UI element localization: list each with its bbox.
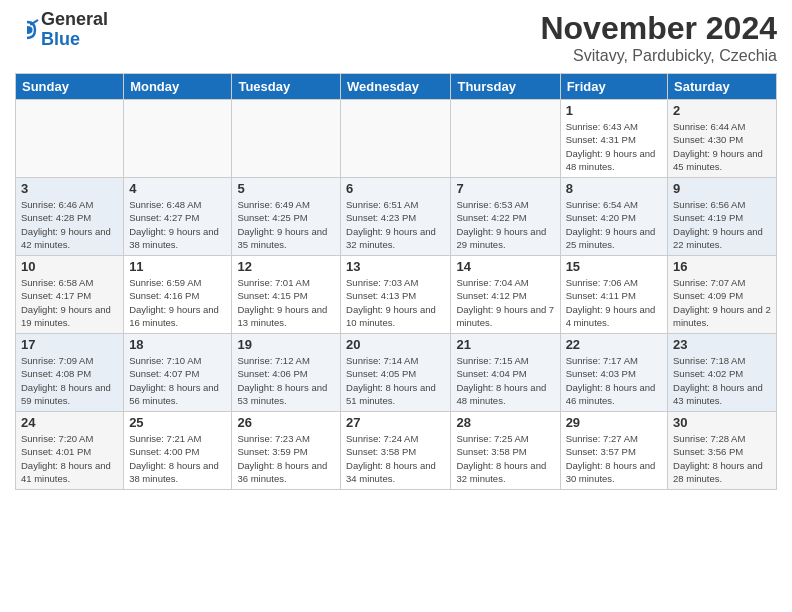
day-info: Sunrise: 7:12 AM Sunset: 4:06 PM Dayligh… xyxy=(237,354,335,407)
month-title: November 2024 xyxy=(540,10,777,47)
calendar-week-row: 10Sunrise: 6:58 AM Sunset: 4:17 PM Dayli… xyxy=(16,256,777,334)
day-number: 1 xyxy=(566,103,662,118)
day-number: 9 xyxy=(673,181,771,196)
day-info: Sunrise: 6:51 AM Sunset: 4:23 PM Dayligh… xyxy=(346,198,445,251)
day-number: 2 xyxy=(673,103,771,118)
weekday-header-sunday: Sunday xyxy=(16,74,124,100)
logo-icon xyxy=(15,18,39,42)
day-number: 20 xyxy=(346,337,445,352)
calendar-cell xyxy=(232,100,341,178)
day-number: 16 xyxy=(673,259,771,274)
day-info: Sunrise: 6:46 AM Sunset: 4:28 PM Dayligh… xyxy=(21,198,118,251)
calendar-week-row: 1Sunrise: 6:43 AM Sunset: 4:31 PM Daylig… xyxy=(16,100,777,178)
day-number: 4 xyxy=(129,181,226,196)
calendar-cell: 26Sunrise: 7:23 AM Sunset: 3:59 PM Dayli… xyxy=(232,412,341,490)
calendar-cell: 24Sunrise: 7:20 AM Sunset: 4:01 PM Dayli… xyxy=(16,412,124,490)
day-info: Sunrise: 7:07 AM Sunset: 4:09 PM Dayligh… xyxy=(673,276,771,329)
calendar-cell xyxy=(341,100,451,178)
day-info: Sunrise: 7:20 AM Sunset: 4:01 PM Dayligh… xyxy=(21,432,118,485)
calendar-cell: 5Sunrise: 6:49 AM Sunset: 4:25 PM Daylig… xyxy=(232,178,341,256)
day-number: 26 xyxy=(237,415,335,430)
day-number: 15 xyxy=(566,259,662,274)
day-number: 8 xyxy=(566,181,662,196)
location-subtitle: Svitavy, Pardubicky, Czechia xyxy=(540,47,777,65)
calendar-week-row: 17Sunrise: 7:09 AM Sunset: 4:08 PM Dayli… xyxy=(16,334,777,412)
calendar-cell: 19Sunrise: 7:12 AM Sunset: 4:06 PM Dayli… xyxy=(232,334,341,412)
day-number: 21 xyxy=(456,337,554,352)
logo-line1: General xyxy=(41,10,108,30)
day-info: Sunrise: 7:28 AM Sunset: 3:56 PM Dayligh… xyxy=(673,432,771,485)
calendar-cell: 3Sunrise: 6:46 AM Sunset: 4:28 PM Daylig… xyxy=(16,178,124,256)
day-info: Sunrise: 7:14 AM Sunset: 4:05 PM Dayligh… xyxy=(346,354,445,407)
day-number: 7 xyxy=(456,181,554,196)
calendar-cell: 18Sunrise: 7:10 AM Sunset: 4:07 PM Dayli… xyxy=(124,334,232,412)
day-info: Sunrise: 6:49 AM Sunset: 4:25 PM Dayligh… xyxy=(237,198,335,251)
day-info: Sunrise: 7:17 AM Sunset: 4:03 PM Dayligh… xyxy=(566,354,662,407)
day-number: 27 xyxy=(346,415,445,430)
title-section: November 2024 Svitavy, Pardubicky, Czech… xyxy=(540,10,777,65)
weekday-header-tuesday: Tuesday xyxy=(232,74,341,100)
calendar-cell: 17Sunrise: 7:09 AM Sunset: 4:08 PM Dayli… xyxy=(16,334,124,412)
day-info: Sunrise: 7:25 AM Sunset: 3:58 PM Dayligh… xyxy=(456,432,554,485)
day-info: Sunrise: 7:23 AM Sunset: 3:59 PM Dayligh… xyxy=(237,432,335,485)
weekday-header-row: SundayMondayTuesdayWednesdayThursdayFrid… xyxy=(16,74,777,100)
calendar-cell: 25Sunrise: 7:21 AM Sunset: 4:00 PM Dayli… xyxy=(124,412,232,490)
calendar-cell: 23Sunrise: 7:18 AM Sunset: 4:02 PM Dayli… xyxy=(668,334,777,412)
calendar-cell: 9Sunrise: 6:56 AM Sunset: 4:19 PM Daylig… xyxy=(668,178,777,256)
day-number: 24 xyxy=(21,415,118,430)
header: General Blue November 2024 Svitavy, Pard… xyxy=(15,10,777,65)
day-number: 28 xyxy=(456,415,554,430)
calendar-cell xyxy=(451,100,560,178)
day-info: Sunrise: 7:10 AM Sunset: 4:07 PM Dayligh… xyxy=(129,354,226,407)
calendar-table: SundayMondayTuesdayWednesdayThursdayFrid… xyxy=(15,73,777,490)
calendar-cell: 22Sunrise: 7:17 AM Sunset: 4:03 PM Dayli… xyxy=(560,334,667,412)
day-number: 19 xyxy=(237,337,335,352)
day-number: 14 xyxy=(456,259,554,274)
calendar-cell: 7Sunrise: 6:53 AM Sunset: 4:22 PM Daylig… xyxy=(451,178,560,256)
day-info: Sunrise: 7:09 AM Sunset: 4:08 PM Dayligh… xyxy=(21,354,118,407)
calendar-cell: 21Sunrise: 7:15 AM Sunset: 4:04 PM Dayli… xyxy=(451,334,560,412)
day-info: Sunrise: 6:54 AM Sunset: 4:20 PM Dayligh… xyxy=(566,198,662,251)
day-number: 23 xyxy=(673,337,771,352)
calendar-week-row: 3Sunrise: 6:46 AM Sunset: 4:28 PM Daylig… xyxy=(16,178,777,256)
page-container: General Blue November 2024 Svitavy, Pard… xyxy=(0,0,792,495)
day-info: Sunrise: 7:01 AM Sunset: 4:15 PM Dayligh… xyxy=(237,276,335,329)
day-info: Sunrise: 7:15 AM Sunset: 4:04 PM Dayligh… xyxy=(456,354,554,407)
logo-line2: Blue xyxy=(41,30,108,50)
calendar-cell: 2Sunrise: 6:44 AM Sunset: 4:30 PM Daylig… xyxy=(668,100,777,178)
calendar-cell: 15Sunrise: 7:06 AM Sunset: 4:11 PM Dayli… xyxy=(560,256,667,334)
day-info: Sunrise: 6:58 AM Sunset: 4:17 PM Dayligh… xyxy=(21,276,118,329)
day-info: Sunrise: 7:04 AM Sunset: 4:12 PM Dayligh… xyxy=(456,276,554,329)
day-number: 25 xyxy=(129,415,226,430)
logo-text: General Blue xyxy=(41,10,108,50)
weekday-header-saturday: Saturday xyxy=(668,74,777,100)
calendar-cell: 10Sunrise: 6:58 AM Sunset: 4:17 PM Dayli… xyxy=(16,256,124,334)
day-number: 18 xyxy=(129,337,226,352)
day-number: 3 xyxy=(21,181,118,196)
day-info: Sunrise: 7:18 AM Sunset: 4:02 PM Dayligh… xyxy=(673,354,771,407)
weekday-header-thursday: Thursday xyxy=(451,74,560,100)
day-number: 22 xyxy=(566,337,662,352)
calendar-cell: 11Sunrise: 6:59 AM Sunset: 4:16 PM Dayli… xyxy=(124,256,232,334)
calendar-cell: 20Sunrise: 7:14 AM Sunset: 4:05 PM Dayli… xyxy=(341,334,451,412)
calendar-week-row: 24Sunrise: 7:20 AM Sunset: 4:01 PM Dayli… xyxy=(16,412,777,490)
day-info: Sunrise: 6:44 AM Sunset: 4:30 PM Dayligh… xyxy=(673,120,771,173)
day-info: Sunrise: 6:48 AM Sunset: 4:27 PM Dayligh… xyxy=(129,198,226,251)
day-info: Sunrise: 6:56 AM Sunset: 4:19 PM Dayligh… xyxy=(673,198,771,251)
calendar-cell: 6Sunrise: 6:51 AM Sunset: 4:23 PM Daylig… xyxy=(341,178,451,256)
day-number: 30 xyxy=(673,415,771,430)
calendar-cell: 4Sunrise: 6:48 AM Sunset: 4:27 PM Daylig… xyxy=(124,178,232,256)
calendar-cell: 29Sunrise: 7:27 AM Sunset: 3:57 PM Dayli… xyxy=(560,412,667,490)
day-info: Sunrise: 7:24 AM Sunset: 3:58 PM Dayligh… xyxy=(346,432,445,485)
weekday-header-wednesday: Wednesday xyxy=(341,74,451,100)
day-number: 29 xyxy=(566,415,662,430)
calendar-cell: 12Sunrise: 7:01 AM Sunset: 4:15 PM Dayli… xyxy=(232,256,341,334)
day-info: Sunrise: 7:06 AM Sunset: 4:11 PM Dayligh… xyxy=(566,276,662,329)
day-info: Sunrise: 7:03 AM Sunset: 4:13 PM Dayligh… xyxy=(346,276,445,329)
calendar-cell: 14Sunrise: 7:04 AM Sunset: 4:12 PM Dayli… xyxy=(451,256,560,334)
day-number: 5 xyxy=(237,181,335,196)
day-info: Sunrise: 6:43 AM Sunset: 4:31 PM Dayligh… xyxy=(566,120,662,173)
calendar-cell: 16Sunrise: 7:07 AM Sunset: 4:09 PM Dayli… xyxy=(668,256,777,334)
logo: General Blue xyxy=(15,10,108,50)
weekday-header-monday: Monday xyxy=(124,74,232,100)
